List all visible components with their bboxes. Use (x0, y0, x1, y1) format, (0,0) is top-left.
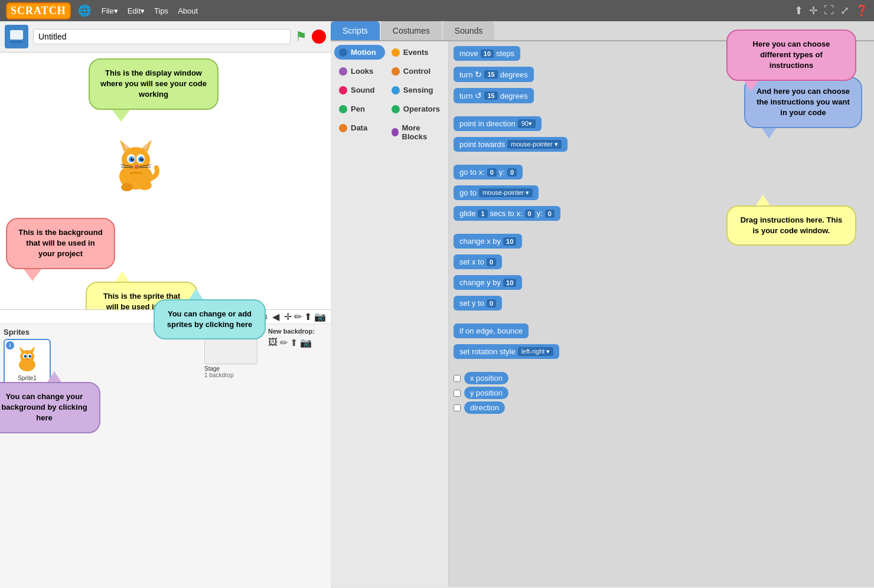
blocks-list: move 10 steps turn ↻ 15 degrees tu (449, 41, 666, 587)
globe-icon[interactable]: 🌐 (78, 4, 91, 17)
stop-button[interactable] (312, 30, 326, 44)
categories-panel: Motion Looks Sound Pen (331, 41, 449, 587)
x-position-checkbox[interactable]: x position (454, 372, 661, 384)
menu-file[interactable]: File▾ (98, 5, 122, 17)
category-pen[interactable]: Pen (334, 102, 385, 116)
svg-rect-1 (10, 30, 23, 40)
set-x-block[interactable]: set x to 0 (454, 254, 661, 273)
sprites-list: Sprites i (4, 328, 200, 584)
svg-point-34 (27, 359, 28, 360)
stage-area: This is the display window where you wil… (0, 53, 331, 310)
category-looks[interactable]: Looks (334, 64, 385, 79)
direction-checkbox[interactable]: direction (454, 401, 661, 414)
categories-grid: Motion Looks Sound Pen (334, 45, 445, 146)
topbar-menu: File▾ Edit▾ Tips About (98, 5, 201, 17)
stage-icon (5, 25, 28, 48)
svg-point-33 (30, 355, 31, 357)
project-title-input[interactable] (33, 29, 291, 44)
sprite-name: Sprite1 (18, 375, 37, 381)
sprite-thumbnail (12, 344, 42, 374)
help-icon[interactable]: ❓ (855, 4, 868, 17)
rotation-block[interactable]: set rotation style left-right ▾ (454, 344, 661, 362)
left-panel: ⚑ This is the display window where you w… (0, 21, 331, 588)
blocks-panel: Motion Looks Sound Pen (331, 41, 874, 587)
category-events[interactable]: Events (387, 45, 445, 60)
category-motion[interactable]: Motion (334, 45, 385, 60)
category-sound[interactable]: Sound (334, 83, 385, 97)
x-position-check[interactable] (454, 375, 461, 382)
set-y-block[interactable]: set y to 0 (454, 296, 661, 314)
go-to-xy-block[interactable]: go to x: 0 y: 0 (454, 165, 661, 183)
stage-label: Stage (204, 365, 263, 372)
category-data[interactable]: Data (334, 120, 385, 135)
scratch-logo: SCRATCH (6, 2, 71, 19)
pencil-tool[interactable]: ✏ (294, 311, 302, 322)
svg-point-22 (138, 181, 152, 190)
svg-point-16 (142, 158, 143, 159)
resize-icon[interactable]: ⤢ (840, 4, 849, 17)
backdrop-tools: 🖼 ✏ ⬆ 📷 (268, 337, 327, 348)
main-layout: ⚑ This is the display window where you w… (0, 21, 874, 588)
cat-svg (109, 135, 162, 194)
upload-icon[interactable]: ⬆ (794, 4, 803, 17)
move-icon[interactable]: ✛ (809, 4, 818, 17)
glide-block[interactable]: glide 1 secs to x: 0 y: 0 (454, 206, 661, 224)
point-direction-block[interactable]: point in direction 90▾ (454, 116, 661, 135)
sprite-info-badge[interactable]: i (6, 341, 14, 349)
green-flag-button[interactable]: ⚑ (295, 29, 307, 44)
bubble-code-window: Drag instructions here. This is your cod… (726, 205, 856, 246)
new-backdrop-section: New backdrop: 🖼 ✏ ⬆ 📷 (268, 328, 327, 584)
grow-tool[interactable]: ⬆ (304, 311, 312, 322)
point-towards-block[interactable]: point towards mouse-pointer ▾ (454, 137, 661, 155)
coordinates-display: x: -226 y: -44 (230, 313, 268, 321)
menu-about[interactable]: About (174, 5, 201, 17)
menu-edit[interactable]: Edit▾ (124, 5, 148, 17)
tab-sounds[interactable]: Sounds (443, 21, 494, 40)
svg-point-15 (132, 158, 133, 159)
category-moreblocks[interactable]: More Blocks (387, 120, 445, 144)
backdrop-image-icon[interactable]: 🖼 (268, 337, 278, 348)
change-y-block[interactable]: change y by 10 (454, 275, 661, 293)
move-block[interactable]: move 10 steps (454, 46, 661, 64)
resize-stage-icon[interactable]: ◀ (272, 311, 279, 322)
tab-costumes[interactable]: Costumes (381, 21, 442, 40)
cursor-tool[interactable]: ✛ (284, 311, 292, 322)
stage-panel: Stage 1 backdrop (204, 328, 263, 584)
tab-scripts[interactable]: Scripts (331, 21, 380, 40)
title-bar-right: ⚑ (295, 29, 326, 44)
direction-check[interactable] (454, 404, 461, 411)
new-backdrop-title: New backdrop: (268, 328, 327, 335)
coords-bar: x: -226 y: -44 ◀ ✛ ✏ ⬆ 📷 (0, 310, 331, 324)
category-sensing[interactable]: Sensing (387, 83, 445, 97)
svg-point-23 (121, 183, 133, 191)
svg-point-32 (25, 355, 27, 357)
turn-ccw-block[interactable]: turn ↺ 15 degrees (454, 88, 661, 107)
backdrop-pencil-icon[interactable]: ✏ (280, 337, 288, 348)
bubble-display-window: This is the display window where you wil… (89, 58, 218, 110)
menu-tips[interactable]: Tips (151, 5, 172, 17)
sprites-section: Sprites i (0, 324, 331, 588)
topbar: SCRATCH 🌐 File▾ Edit▾ Tips About ⬆ ✛ ⛶ ⤢… (0, 0, 874, 21)
change-x-block[interactable]: change x by 10 (454, 234, 661, 252)
category-operators[interactable]: Operators (387, 102, 445, 116)
sprites-title: Sprites (4, 328, 200, 337)
bubble-sprite: This is the sprite that will be used in … (86, 282, 198, 310)
turn-cw-block[interactable]: turn ↻ 15 degrees (454, 67, 661, 86)
backdrop-camera-icon[interactable]: 📷 (300, 337, 312, 348)
right-panel: Scripts Costumes Sounds Motion (331, 21, 874, 588)
bounce-block[interactable]: if on edge, bounce (454, 324, 661, 342)
go-to-block[interactable]: go to mouse-pointer ▾ (454, 185, 661, 204)
category-control[interactable]: Control (387, 64, 445, 79)
backdrop-label: 1 backdrop (204, 372, 263, 378)
camera-tool[interactable]: 📷 (314, 311, 326, 322)
backdrop-upload-icon[interactable]: ⬆ (290, 337, 298, 348)
y-position-check[interactable] (454, 390, 461, 397)
sprite-item[interactable]: i (4, 339, 51, 386)
stage-tools: ✛ ✏ ⬆ 📷 (284, 311, 326, 322)
stage-thumbnail[interactable] (204, 329, 257, 364)
y-position-checkbox[interactable]: y position (454, 387, 661, 399)
svg-point-4 (122, 147, 150, 173)
svg-point-25 (20, 350, 34, 363)
topbar-icons: ⬆ ✛ ⛶ ⤢ ❓ (794, 4, 868, 17)
fullscreen-icon[interactable]: ⛶ (824, 4, 834, 17)
